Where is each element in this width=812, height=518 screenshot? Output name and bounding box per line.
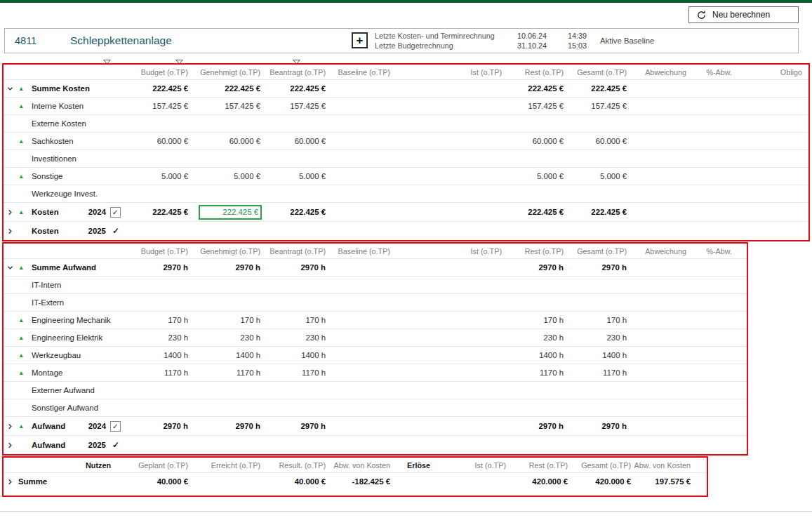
cell-gesamt[interactable]: 1400 h (565, 351, 628, 359)
cell-budget[interactable]: 2970 h (123, 263, 189, 272)
row-sonstiger-aufwand[interactable]: Sonstiger Aufwand (4, 399, 747, 416)
cell-abw-von-kosten[interactable]: -182.425 € (327, 477, 392, 486)
cell-gesamt[interactable]: 2970 h (565, 422, 628, 430)
cell-genehmigt[interactable]: 1170 h (189, 368, 262, 377)
cell-rest[interactable]: 5.000 € (503, 172, 565, 180)
cell-beantragt[interactable]: 222.425 € (262, 84, 327, 93)
selected-cell-box[interactable]: 222.425 € (199, 205, 262, 220)
row-kosten-2025[interactable]: Kosten 2025 ✓ (4, 221, 808, 240)
cell-gesamt[interactable]: 222.425 € (565, 84, 628, 93)
row-summe-aufwand[interactable]: ▲ Summe Aufwand 2970 h 2970 h 2970 h 297… (4, 258, 747, 276)
col-header-baseline: Baseline (o.TP) (327, 247, 392, 255)
cell-rest[interactable]: 2970 h (503, 422, 565, 430)
cell-beantragt[interactable]: 230 h (262, 333, 327, 342)
row-montage[interactable]: ▲ Montage 1170 h 1170 h 1170 h 1170 h 11… (4, 364, 747, 381)
cell-rest[interactable]: 1400 h (503, 351, 565, 359)
cell-beantragt[interactable]: 2970 h (262, 263, 327, 272)
cell-genehmigt[interactable]: 2970 h (189, 422, 262, 430)
row-aufwand-2024[interactable]: ▲ Aufwand 2024 ✓ 2970 h 2970 h 2970 h 29… (4, 416, 747, 435)
cell-gesamt[interactable]: 222.425 € (565, 208, 628, 216)
cell-gesamt[interactable]: 230 h (565, 333, 628, 342)
trend-up-icon: ▲ (18, 352, 32, 359)
cell-budget[interactable]: 230 h (123, 333, 189, 342)
cell-genehmigt[interactable]: 60.000 € (189, 137, 262, 145)
row-it-intern[interactable]: IT-Intern (4, 276, 747, 293)
row-interne-kosten[interactable]: ▲ Interne Kosten 157.425 € 157.425 € 157… (4, 97, 808, 114)
cell-beantragt[interactable]: 5.000 € (262, 172, 327, 180)
cell-budget[interactable]: 1400 h (123, 351, 189, 359)
cell-gesamt[interactable]: 420.000 € (569, 477, 632, 486)
cell-genehmigt[interactable]: 5.000 € (189, 172, 262, 180)
cell-budget[interactable]: 5.000 € (123, 172, 189, 180)
expand-plus-button[interactable]: + (352, 32, 368, 48)
row-werkzeuge-invest[interactable]: Werkzeuge Invest. (4, 185, 808, 202)
chevron-down-icon[interactable] (7, 86, 18, 92)
row-engineering-mechanik[interactable]: ▲ Engineering Mechanik 170 h 170 h 170 h… (4, 311, 747, 328)
chevron-right-icon[interactable] (7, 209, 18, 215)
cell-genehmigt[interactable]: 230 h (189, 333, 262, 342)
cell-gesamt[interactable]: 1170 h (565, 368, 628, 377)
row-summe-kosten[interactable]: ▲ Summe Kosten 222.425 € 222.425 € 222.4… (4, 79, 808, 97)
cell-budget[interactable]: 60.000 € (123, 137, 189, 145)
cell-budget[interactable]: 2970 h (123, 422, 189, 430)
cell-budget[interactable]: 157.425 € (123, 102, 189, 110)
cell-rest[interactable]: 2970 h (503, 263, 565, 272)
cell-geplant[interactable]: 40.000 € (112, 477, 189, 486)
cell-beantragt[interactable]: 1400 h (262, 351, 327, 359)
row-externe-kosten[interactable]: Externe Kosten (4, 114, 808, 132)
row-summe-nutzen[interactable]: Summe 40.000 € 40.000 € -182.425 € 420.0… (4, 472, 707, 490)
row-investitionen[interactable]: Investitionen (4, 150, 808, 167)
chevron-right-icon[interactable] (7, 442, 18, 449)
cell-beantragt[interactable]: 2970 h (262, 422, 327, 430)
cell-gesamt[interactable]: 60.000 € (565, 137, 628, 145)
cell-budget[interactable]: 222.425 € (123, 84, 189, 93)
year-checkbox[interactable]: ✓ (110, 207, 121, 218)
cell-gesamt[interactable]: 170 h (565, 316, 628, 324)
cell-rest[interactable]: 222.425 € (503, 84, 565, 93)
row-it-extern[interactable]: IT-Extern (4, 293, 747, 311)
cell-gesamt[interactable]: 2970 h (565, 263, 628, 272)
row-sachkosten[interactable]: ▲ Sachkosten 60.000 € 60.000 € 60.000 € … (4, 132, 808, 150)
cell-genehmigt-selected[interactable]: 222.425 € (189, 205, 262, 220)
cell-rest[interactable]: 157.425 € (503, 102, 565, 110)
cell-genehmigt[interactable]: 1400 h (189, 351, 262, 359)
chevron-right-icon[interactable] (7, 423, 18, 430)
row-name-cell: ▲ Werkzeugbau (4, 347, 123, 364)
cell-rest[interactable]: 170 h (503, 316, 565, 324)
cell-genehmigt[interactable]: 170 h (189, 316, 262, 324)
cell-beantragt[interactable]: 170 h (262, 316, 327, 324)
cell-rest[interactable]: 420.000 € (507, 477, 569, 486)
cell-budget[interactable]: 222.425 € (123, 208, 189, 216)
recalculate-button[interactable]: Neu berechnen (688, 6, 799, 23)
row-aufwand-2025[interactable]: Aufwand 2025 ✓ (4, 435, 747, 454)
cell-beantragt[interactable]: 157.425 € (262, 102, 327, 110)
cell-budget[interactable]: 170 h (123, 316, 189, 324)
row-werkzeugbau[interactable]: ▲ Werkzeugbau 1400 h 1400 h 1400 h 1400 … (4, 346, 747, 364)
cell-beantragt[interactable]: 222.425 € (262, 208, 327, 216)
cell-gesamt[interactable]: 157.425 € (565, 102, 628, 110)
cell-rest[interactable]: 60.000 € (503, 137, 565, 145)
cell-rest[interactable]: 230 h (503, 333, 565, 342)
cell-beantragt[interactable]: 60.000 € (262, 137, 327, 145)
cell-budget[interactable]: 1170 h (123, 368, 189, 377)
check-icon: ✓ (112, 422, 119, 430)
cell-genehmigt[interactable]: 157.425 € (189, 102, 262, 110)
year-checkbox[interactable]: ✓ (110, 421, 121, 432)
chevron-right-icon[interactable] (7, 479, 18, 485)
row-externer-aufwand[interactable]: Externer Aufwand (4, 381, 747, 399)
cell-gesamt[interactable]: 5.000 € (565, 172, 628, 180)
check-icon[interactable]: ✓ (112, 226, 119, 236)
row-kosten-2024[interactable]: ▲ Kosten 2024 ✓ 222.425 € 222.425 € 222.… (4, 202, 808, 221)
cell-genehmigt[interactable]: 2970 h (189, 263, 262, 272)
chevron-right-icon[interactable] (7, 228, 18, 234)
chevron-down-icon[interactable] (7, 265, 18, 271)
cell-result[interactable]: 40.000 € (262, 477, 327, 486)
cell-genehmigt[interactable]: 222.425 € (189, 84, 262, 93)
row-sonstige[interactable]: ▲ Sonstige 5.000 € 5.000 € 5.000 € 5.000… (4, 167, 808, 185)
cell-beantragt[interactable]: 1170 h (262, 368, 327, 377)
row-engineering-elektrik[interactable]: ▲ Engineering Elektrik 230 h 230 h 230 h… (4, 328, 747, 346)
cell-abw-von-kosten-2[interactable]: 197.575 € (632, 477, 692, 486)
check-icon[interactable]: ✓ (112, 440, 119, 450)
cell-rest[interactable]: 222.425 € (503, 208, 565, 216)
cell-rest[interactable]: 1170 h (503, 368, 565, 377)
